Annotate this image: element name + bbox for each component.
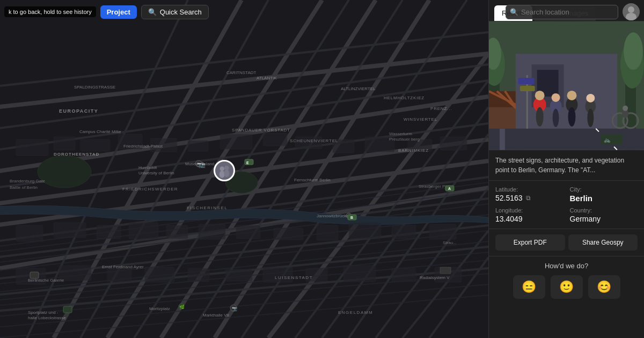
project-badge[interactable]: Project xyxy=(100,5,137,19)
topbar: k to go back, hold to see history Projec… xyxy=(0,0,644,24)
feedback-section: How'd we do? 😑 🙂 😊 xyxy=(489,256,644,304)
svg-point-161 xyxy=(535,91,545,100)
latitude-value: 52.5163 xyxy=(495,194,523,202)
svg-rect-72 xyxy=(225,269,252,281)
svg-rect-48 xyxy=(220,134,252,149)
avatar[interactable] xyxy=(623,3,640,20)
svg-rect-70 xyxy=(145,267,174,282)
svg-text:Markthalle VII: Markthalle VII xyxy=(203,313,229,318)
quick-search-button[interactable]: 🔍 Quick Search xyxy=(141,5,209,19)
svg-text:halle Lobeckstrasse: halle Lobeckstrasse xyxy=(28,315,66,320)
svg-text:Strau...: Strau... xyxy=(443,240,457,245)
svg-text:CARITNSTADT: CARITNSTADT xyxy=(226,70,257,75)
svg-point-171 xyxy=(587,109,594,127)
action-buttons: Export PDF Share Geospy xyxy=(489,229,644,256)
city-item: City: Berlin xyxy=(570,186,638,203)
svg-point-134 xyxy=(215,161,233,180)
location-search-input[interactable] xyxy=(506,5,618,19)
svg-point-138 xyxy=(224,170,229,177)
svg-rect-42 xyxy=(16,139,48,156)
city-value: Berlin xyxy=(570,194,638,203)
country-label: Country: xyxy=(570,207,638,214)
svg-rect-60 xyxy=(199,224,225,239)
svg-text:HELMHOLTZKIEZ: HELMHOLTZKIEZ xyxy=(384,95,425,100)
svg-text:DOROTHEENSTAD: DOROTHEENSTAD xyxy=(54,152,99,157)
svg-point-136 xyxy=(224,166,229,171)
svg-rect-88 xyxy=(63,306,72,313)
svg-text:SPALDINGSTRASSE: SPALDINGSTRASSE xyxy=(74,85,115,90)
feedback-label: How'd we do? xyxy=(495,262,638,270)
svg-point-165 xyxy=(553,109,559,127)
svg-point-78 xyxy=(38,156,91,188)
svg-text:Friedrichsladt-Palast: Friedrichsladt-Palast xyxy=(123,144,163,149)
svg-rect-91 xyxy=(440,267,451,274)
emoji-good-button[interactable]: 😊 xyxy=(588,275,620,299)
svg-rect-62 xyxy=(274,228,303,240)
svg-rect-76 xyxy=(392,268,416,282)
svg-text:FISCHERINSEL: FISCHERINSEL xyxy=(187,205,228,210)
svg-text:WINSVIERTEL: WINSVIERTEL xyxy=(404,117,437,122)
country-item: Country: Germany xyxy=(570,207,638,223)
svg-rect-57 xyxy=(97,225,121,239)
svg-rect-56 xyxy=(54,223,86,238)
country-value: Germany xyxy=(570,215,638,223)
svg-point-167 xyxy=(567,91,576,100)
svg-rect-58 xyxy=(129,223,158,239)
svg-text:LUISENSTADT: LUISENSTADT xyxy=(275,275,313,280)
svg-text:Ernst Ferdinand Ayrer: Ernst Ferdinand Ayrer xyxy=(102,264,144,269)
svg-point-135 xyxy=(220,166,225,171)
svg-text:A: A xyxy=(448,187,451,190)
right-panel: Results Similar Images xyxy=(488,0,644,338)
svg-text:E: E xyxy=(246,161,249,165)
export-pdf-button[interactable]: Export PDF xyxy=(495,234,565,251)
image-description: The street signs, architecture, and vege… xyxy=(489,150,644,181)
emoji-neutral-button[interactable]: 🙂 xyxy=(551,275,583,299)
svg-text:Battle of Berlin: Battle of Berlin xyxy=(10,185,38,190)
svg-point-168 xyxy=(568,107,575,127)
svg-text:ALTLINZVIERTEL: ALTLINZVIERTEL xyxy=(341,86,376,91)
svg-point-170 xyxy=(586,94,595,102)
svg-text:Sportplatz und -: Sportplatz und - xyxy=(28,310,58,315)
street-image: 🚲 xyxy=(489,21,644,150)
search-icon: 🔍 xyxy=(148,8,157,16)
svg-text:BARNIMKIEZ: BARNIMKIEZ xyxy=(398,148,429,153)
svg-rect-55 xyxy=(16,225,43,241)
location-pin xyxy=(214,160,235,181)
emoji-row: 😑 🙂 😊 xyxy=(495,275,638,299)
coords-section: Latitude: 52.5163 ⧉ City: Berlin Longitu… xyxy=(489,181,644,229)
svg-text:Preuzlauer berg: Preuzlauer berg xyxy=(389,137,420,142)
svg-rect-64 xyxy=(349,223,381,239)
svg-rect-178 xyxy=(520,86,535,91)
longitude-label: Longitude: xyxy=(495,207,564,214)
svg-rect-63 xyxy=(317,225,338,240)
emoji-bad-button[interactable]: 😑 xyxy=(513,275,545,299)
svg-text:Berlinische Galerie: Berlinische Galerie xyxy=(28,278,64,283)
svg-rect-75 xyxy=(343,266,376,282)
svg-rect-71 xyxy=(188,268,209,282)
svg-text:B: B xyxy=(350,216,353,219)
svg-rect-69 xyxy=(107,268,131,282)
svg-rect-158 xyxy=(500,129,505,150)
latitude-label: Latitude: xyxy=(495,186,564,193)
copy-latitude-icon[interactable]: ⧉ xyxy=(526,194,531,202)
svg-rect-59 xyxy=(166,225,188,239)
svg-text:Fernschturm Berlin: Fernschturm Berlin xyxy=(294,178,331,182)
svg-text:Campus Charité Mitte: Campus Charité Mitte xyxy=(79,129,121,134)
longitude-value: 13.4049 xyxy=(495,215,523,223)
svg-text:Humboldt: Humboldt xyxy=(138,165,157,170)
svg-text:ENGELDAMM: ENGELDAMM xyxy=(338,310,373,315)
svg-text:PRENZ...: PRENZ... xyxy=(430,106,452,111)
map-container[interactable]: 📷 📷 📷 🌿 EUROPACITY xyxy=(0,0,488,338)
svg-rect-47 xyxy=(188,141,208,151)
svg-text:🌿: 🌿 xyxy=(179,304,185,310)
svg-text:SPANDAUER VORSTADT: SPANDAUER VORSTADT xyxy=(232,128,290,133)
svg-text:FRIEDRICHSWERDER: FRIEDRICHSWERDER xyxy=(122,187,178,192)
svg-point-164 xyxy=(552,93,560,102)
svg-rect-177 xyxy=(518,78,535,84)
share-geospy-button[interactable]: Share Geospy xyxy=(568,234,638,251)
svg-rect-44 xyxy=(80,139,110,151)
svg-rect-65 xyxy=(392,225,416,239)
svg-rect-54 xyxy=(440,137,467,150)
svg-text:Jannowitzbrücke: Jannowitzbrücke xyxy=(317,214,349,218)
longitude-item: Longitude: 13.4049 xyxy=(495,207,564,223)
